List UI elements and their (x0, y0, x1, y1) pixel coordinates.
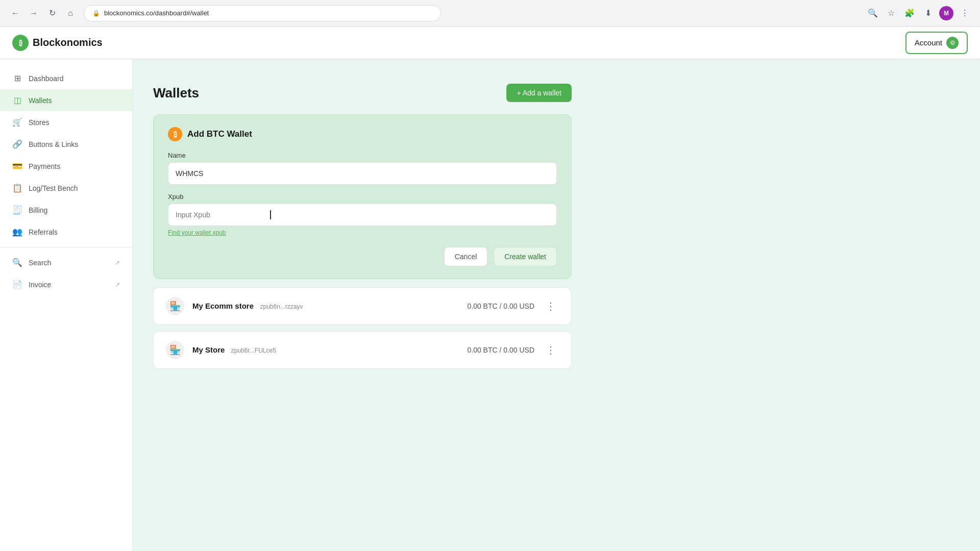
create-wallet-button[interactable]: Create wallet (494, 247, 557, 266)
search-browser-button[interactable]: 🔍 (866, 6, 880, 20)
logo-icon: ₿ (12, 35, 29, 51)
bookmark-button[interactable]: ☆ (884, 6, 898, 20)
wallet-ecomm-xpub: zpub6n...rzzayv (260, 303, 303, 310)
payments-icon: 💳 (12, 161, 22, 171)
page-header: Wallets + Add a wallet (153, 84, 572, 102)
find-xpub-link[interactable]: Find your wallet xpub (168, 229, 226, 236)
main-content: Wallets + Add a wallet ₿ Add BTC Wallet … (133, 27, 980, 551)
sidebar-item-dashboard[interactable]: ⊞ Dashboard (0, 67, 132, 89)
sidebar-item-payments[interactable]: 💳 Payments (0, 155, 132, 177)
wallet-ecomm-usd: 0.00 USD (503, 302, 534, 310)
forward-button[interactable]: → (27, 6, 41, 20)
btc-icon: ₿ (168, 127, 182, 141)
wallet-mystore-icon: 🏪 (166, 341, 184, 359)
main-inner: Wallets + Add a wallet ₿ Add BTC Wallet … (133, 67, 592, 391)
add-wallet-label: + Add a wallet (517, 89, 561, 97)
wallet-mystore-info: My Store zpub6r...FULce5 (192, 345, 276, 355)
name-form-group: Name (168, 152, 557, 185)
form-actions: Cancel Create wallet (168, 247, 557, 266)
wallet-mystore-name: My Store (192, 345, 225, 354)
add-wallet-form-title: Add BTC Wallet (187, 129, 252, 139)
reload-button[interactable]: ↻ (45, 6, 59, 20)
account-label: Account (915, 38, 942, 47)
browser-chrome: ← → ↻ ⌂ 🔒 blockonomics.co/dashboard#/wal… (0, 0, 980, 27)
sidebar-item-search-label: Search (29, 259, 51, 267)
billing-icon: 🧾 (12, 205, 22, 215)
app-container: ⊞ Dashboard ◫ Wallets 🛒 Stores 🔗 Buttons… (0, 27, 980, 551)
app-topbar: ₿ Blockonomics Account ⚙ (0, 27, 980, 59)
wallets-icon: ◫ (12, 95, 22, 105)
sidebar-item-referrals-label: Referrals (29, 228, 58, 236)
sidebar-item-log-test-bench[interactable]: 📋 Log/Test Bench (0, 177, 132, 199)
text-cursor (270, 210, 271, 219)
search-icon: 🔍 (12, 258, 22, 267)
external-link-icon: ↗ (115, 259, 120, 266)
sidebar-item-invoice-label: Invoice (29, 281, 51, 289)
sidebar-item-stores-label: Stores (29, 118, 49, 127)
wallet-ecomm-balance: 0.00 BTC / 0.00 USD (467, 302, 534, 310)
wallet-card-mystore: 🏪 My Store zpub6r...FULce5 0.00 BTC / 0.… (153, 331, 572, 369)
sidebar: ⊞ Dashboard ◫ Wallets 🛒 Stores 🔗 Buttons… (0, 27, 133, 551)
sidebar-item-invoice[interactable]: 📄 Invoice ↗ (0, 273, 132, 295)
back-button[interactable]: ← (8, 6, 22, 20)
xpub-form-group: Xpub Find your wallet xpub (168, 193, 557, 237)
browser-nav-buttons: ← → ↻ ⌂ (8, 6, 78, 20)
cancel-button[interactable]: Cancel (444, 247, 488, 266)
add-wallet-button[interactable]: + Add a wallet (506, 84, 572, 102)
sidebar-item-wallets-label: Wallets (29, 96, 52, 105)
external-link-icon-invoice: ↗ (115, 281, 120, 288)
url-text: blockonomics.co/dashboard#/wallet (104, 9, 209, 17)
wallet-ecomm-btc: 0.00 BTC (467, 302, 497, 310)
sidebar-item-payments-label: Payments (29, 162, 60, 170)
ssl-lock-icon: 🔒 (92, 10, 100, 17)
sidebar-item-search[interactable]: 🔍 Search ↗ (0, 252, 132, 273)
sidebar-item-stores[interactable]: 🛒 Stores (0, 111, 132, 133)
wallet-ecomm-icon: 🏪 (166, 297, 184, 315)
name-label: Name (168, 152, 557, 159)
extensions-button[interactable]: 🧩 (902, 6, 917, 20)
wallet-mystore-xpub: zpub6r...FULce5 (231, 347, 276, 354)
sidebar-divider (0, 247, 132, 247)
wallet-ecomm-menu-button[interactable]: ⋮ (543, 298, 559, 314)
stores-icon: 🛒 (12, 117, 22, 127)
wallet-mystore-balance: 0.00 BTC / 0.00 USD (467, 346, 534, 354)
sidebar-item-dashboard-label: Dashboard (29, 74, 64, 83)
page-title: Wallets (153, 85, 199, 101)
dashboard-icon: ⊞ (12, 73, 22, 83)
sidebar-item-wallets[interactable]: ◫ Wallets (0, 89, 132, 111)
account-settings-icon: ⚙ (946, 37, 959, 49)
xpub-label: Xpub (168, 193, 557, 201)
sidebar-item-billing-label: Billing (29, 206, 47, 214)
browser-actions: 🔍 ☆ 🧩 ⬇ M ⋮ (866, 6, 972, 20)
sidebar-item-log-label: Log/Test Bench (29, 184, 78, 192)
home-button[interactable]: ⌂ (63, 6, 78, 20)
wallet-mystore-btc: 0.00 BTC (467, 346, 497, 354)
name-input[interactable] (168, 162, 557, 185)
add-wallet-card: ₿ Add BTC Wallet Name Xpub Find your wal… (153, 114, 572, 279)
wallet-ecomm-info: My Ecomm store zpub6n...rzzayv (192, 302, 303, 311)
sidebar-item-referrals[interactable]: 👥 Referrals (0, 221, 132, 243)
sidebar-item-buttons-links[interactable]: 🔗 Buttons & Links (0, 133, 132, 155)
invoice-icon: 📄 (12, 280, 22, 289)
account-button[interactable]: Account ⚙ (905, 32, 968, 54)
xpub-input[interactable] (168, 204, 557, 226)
wallet-mystore-menu-button[interactable]: ⋮ (543, 342, 559, 358)
referrals-icon: 👥 (12, 227, 22, 237)
wallet-mystore-usd: 0.00 USD (503, 346, 534, 354)
logo-text: Blockonomics (33, 37, 103, 48)
sidebar-item-billing[interactable]: 🧾 Billing (0, 199, 132, 221)
wallet-ecomm-name: My Ecomm store (192, 302, 254, 310)
sidebar-item-buttons-links-label: Buttons & Links (29, 140, 78, 148)
download-button[interactable]: ⬇ (921, 6, 935, 20)
address-bar[interactable]: 🔒 blockonomics.co/dashboard#/wallet (84, 5, 441, 21)
links-icon: 🔗 (12, 139, 22, 149)
wallet-card-ecomm: 🏪 My Ecomm store zpub6n...rzzayv 0.00 BT… (153, 287, 572, 325)
browser-profile-button[interactable]: M (939, 6, 953, 20)
xpub-input-wrapper (168, 204, 557, 226)
browser-menu-button[interactable]: ⋮ (958, 6, 972, 20)
log-icon: 📋 (12, 183, 22, 193)
app-logo: ₿ Blockonomics (12, 35, 103, 51)
add-wallet-header: ₿ Add BTC Wallet (168, 127, 557, 141)
